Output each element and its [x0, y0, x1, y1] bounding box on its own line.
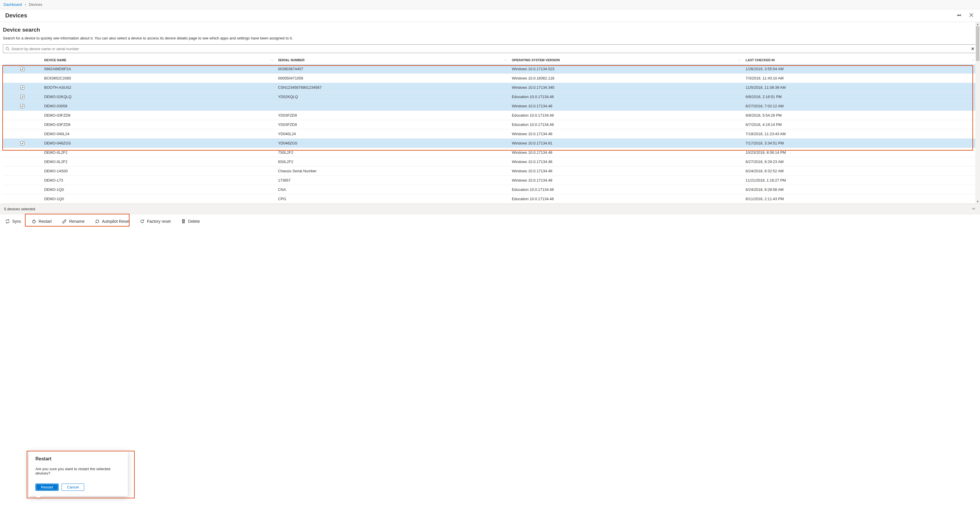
checkbox[interactable] — [20, 141, 24, 145]
cell-checkin: 1/26/2019, 3:55:54 AM — [743, 64, 977, 74]
cell-checkin: 10/23/2018, 8:06:14 PM — [743, 148, 977, 157]
table-row[interactable]: 5882A88D6F2A003903674457Windows 10.0.171… — [3, 64, 977, 74]
cell-os: Windows 10.0.17134.345 — [509, 83, 743, 92]
row-checkbox-cell[interactable] — [3, 148, 42, 157]
column-os[interactable]: OPERATING SYSTEM VERSION↑↓ — [509, 56, 743, 64]
cell-checkin: 7/3/2019, 11:43:10 AM — [743, 74, 977, 83]
section-description: Search for a device to quickly see infor… — [3, 36, 977, 40]
table-row[interactable]: DEMO-02KQLQYD02KQLQEducation 10.0.17134.… — [3, 92, 977, 102]
sync-button[interactable]: Sync — [4, 217, 22, 225]
search-input[interactable] — [11, 47, 971, 51]
cell-checkin: 6/7/2018, 4:19:14 PM — [743, 120, 977, 129]
cell-serial — [276, 102, 509, 111]
chevron-down-icon[interactable] — [971, 206, 976, 212]
cell-os: Windows 10.0.17134.48 — [509, 167, 743, 176]
cell-os: Education 10.0.17134.48 — [509, 120, 743, 129]
table-row[interactable]: BC83852C2065000550471058Windows 10.0.183… — [3, 74, 977, 83]
cell-os: Windows 10.0.17134.81 — [509, 139, 743, 148]
autopilot-icon — [95, 219, 100, 224]
column-checkin[interactable]: LAST CHECKED IN↑↓ — [743, 56, 977, 64]
row-checkbox-cell[interactable] — [3, 176, 42, 185]
checkbox[interactable] — [20, 67, 24, 71]
table-row[interactable]: BOOTH-ASUS2CSN12345678901234567Windows 1… — [3, 83, 977, 92]
column-checkbox[interactable] — [3, 56, 42, 64]
cell-name: DEMO-0L2F2 — [42, 157, 275, 167]
table-row[interactable]: DEMO-173173657Windows 10.0.17134.4811/21… — [3, 176, 977, 185]
row-checkbox-cell[interactable] — [3, 157, 42, 167]
cell-serial: 003903674457 — [276, 64, 509, 74]
search-clear-icon[interactable]: ✕ — [971, 46, 975, 51]
cell-serial: CSN12345678901234567 — [276, 83, 509, 92]
cell-checkin: 6/24/2018, 9:28:58 AM — [743, 185, 977, 194]
page-title: Devices — [5, 12, 27, 19]
table-row[interactable]: DEMO-03FZD9YD03FZD9Education 10.0.17134.… — [3, 111, 977, 120]
power-icon — [32, 219, 36, 224]
sort-icon: ↑↓ — [738, 58, 741, 62]
sort-icon: ↑↓ — [504, 58, 507, 62]
cell-checkin: 6/6/2018, 5:54:29 PM — [743, 111, 977, 120]
table-row[interactable]: DEMO-03059Windows 10.0.17134.486/27/2018… — [3, 102, 977, 111]
cell-name: DEMO-0L2F2 — [42, 148, 275, 157]
cell-serial: YD02KQLQ — [276, 92, 509, 102]
scroll-down-icon[interactable]: ▼ — [975, 200, 980, 203]
factory-reset-button[interactable]: Factory reset — [139, 217, 172, 225]
breadcrumb-separator: › — [25, 2, 26, 7]
cell-name: DEMO-03FZD9 — [42, 111, 275, 120]
table-row[interactable]: DEMO-14S00Chassis Serial NumberWindows 1… — [3, 167, 977, 176]
row-checkbox-cell[interactable] — [3, 102, 42, 111]
table-row[interactable]: DEMO-046ZGSYD046ZGSWindows 10.0.17134.81… — [3, 139, 977, 148]
delete-button[interactable]: Delete — [180, 217, 201, 225]
cell-serial: 000550471058 — [276, 74, 509, 83]
cell-os: Education 10.0.17134.48 — [509, 194, 743, 204]
pin-button[interactable] — [956, 12, 963, 19]
sort-icon: ↑↓ — [270, 58, 274, 62]
checkbox[interactable] — [20, 95, 24, 99]
svg-point-0 — [6, 47, 8, 49]
table-row[interactable]: DEMO-03FZD9YD03FZD9Education 10.0.17134.… — [3, 120, 977, 129]
pencil-icon — [62, 219, 67, 224]
autopilot-reset-button[interactable]: Autopilot Reset — [94, 217, 130, 225]
cell-os: Windows 10.0.17134.48 — [509, 176, 743, 185]
table-row[interactable]: DEMO-1Q0CPGEducation 10.0.17134.486/11/2… — [3, 194, 977, 204]
row-checkbox-cell[interactable] — [3, 120, 42, 129]
cell-name: BOOTH-ASUS2 — [42, 83, 275, 92]
table-row[interactable]: DEMO-1Q0CNAEducation 10.0.17134.486/24/2… — [3, 185, 977, 194]
table-row[interactable]: DEMO-040L24YD040L24Windows 10.0.17134.48… — [3, 129, 977, 139]
restart-button[interactable]: Restart — [30, 217, 53, 225]
row-checkbox-cell[interactable] — [3, 74, 42, 83]
cell-os: Windows 10.0.17134.48 — [509, 129, 743, 139]
row-checkbox-cell[interactable] — [3, 139, 42, 148]
row-checkbox-cell[interactable] — [3, 129, 42, 139]
cell-name: DEMO-03FZD9 — [42, 120, 275, 129]
rename-button[interactable]: Rename — [61, 217, 86, 225]
table-row[interactable]: DEMO-0L2F27S0L2F2Windows 10.0.17134.4810… — [3, 148, 977, 157]
search-box[interactable]: ✕ — [3, 44, 977, 53]
row-checkbox-cell[interactable] — [3, 185, 42, 194]
row-checkbox-cell[interactable] — [3, 167, 42, 176]
table-row[interactable]: DEMO-0L2F28S0L2F2Windows 10.0.17134.486/… — [3, 157, 977, 167]
cell-serial: YD03FZD9 — [276, 120, 509, 129]
close-button[interactable] — [968, 12, 975, 19]
cell-checkin: 7/17/2018, 3:34:51 PM — [743, 139, 977, 148]
row-checkbox-cell[interactable] — [3, 83, 42, 92]
row-checkbox-cell[interactable] — [3, 194, 42, 204]
checkbox[interactable] — [20, 104, 24, 108]
column-serial[interactable]: SERIAL NUMBER↑↓ — [276, 56, 509, 64]
checkbox[interactable] — [20, 86, 24, 90]
row-checkbox-cell[interactable] — [3, 64, 42, 74]
breadcrumb-current: Devices — [29, 2, 42, 7]
scrollbar-thumb[interactable] — [976, 26, 979, 61]
cell-name: DEMO-046ZGS — [42, 139, 275, 148]
column-device-name[interactable]: DEVICE NAME↑↓ — [42, 56, 275, 64]
sort-icon: ↑↓ — [972, 58, 975, 62]
cell-serial: 7S0L2F2 — [276, 148, 509, 157]
action-bar: Sync Restart Rename Autopilot Reset Fact… — [0, 214, 980, 228]
row-checkbox-cell[interactable] — [3, 111, 42, 120]
breadcrumb-root[interactable]: Dashboard — [3, 2, 22, 7]
vertical-scrollbar[interactable]: ▲ ▼ — [975, 22, 980, 204]
factory-reset-icon — [140, 219, 145, 224]
cell-serial: YD03FZD9 — [276, 111, 509, 120]
scroll-up-icon[interactable]: ▲ — [975, 23, 980, 25]
row-checkbox-cell[interactable] — [3, 92, 42, 102]
pin-icon — [957, 13, 961, 17]
